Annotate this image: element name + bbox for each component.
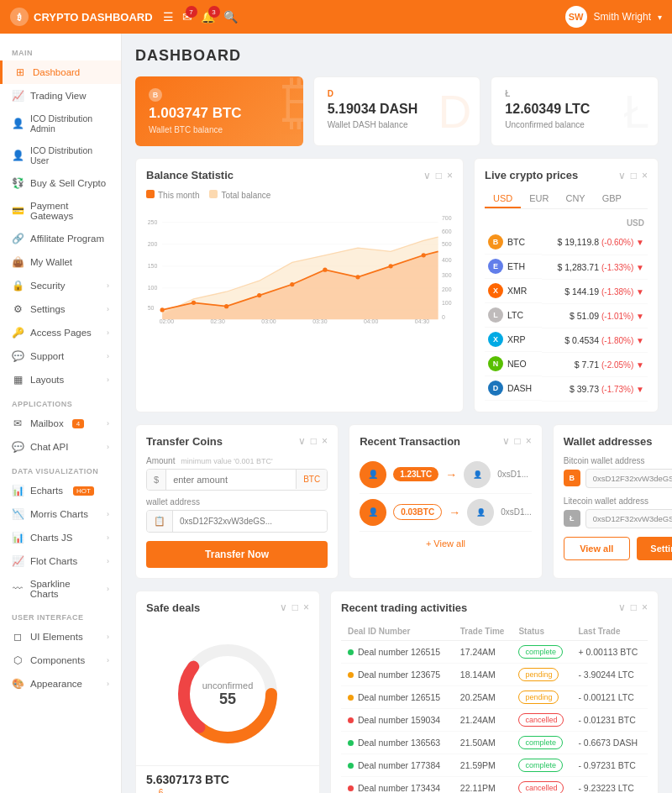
crypto-control-1[interactable]: ∨: [618, 170, 626, 181]
svg-text:250: 250: [148, 219, 158, 225]
tab-usd[interactable]: USD: [485, 190, 521, 208]
crypto-price-cell: $ 1,283.71 (-1.33%) ▼: [542, 255, 648, 279]
search-icon[interactable]: 🔍: [223, 10, 238, 24]
payment-icon: 💳: [12, 205, 24, 217]
sidebar-item-settings[interactable]: ⚙ Settings ›: [0, 297, 121, 321]
live-crypto-panel: Live crypto prices ∨ □ × USD EUR CNY GBP: [474, 158, 659, 412]
sidebar-item-mailbox[interactable]: ✉ Mailbox 4 ›: [0, 412, 121, 435]
sidebar-item-payment[interactable]: 💳 Payment Gateways: [0, 195, 121, 227]
crypto-price-cell: $ 7.71 (-2.05%) ▼: [542, 352, 648, 376]
sidebar-label: Sparkline Charts: [30, 579, 100, 599]
sidebar-item-trading-view[interactable]: 📈 Trading View: [0, 84, 121, 108]
sparkline-icon: 〰: [12, 583, 24, 595]
balance-chart-svg: 250 200 150 100 50 700 600 500 400 300 2…: [146, 205, 453, 331]
tc3[interactable]: ×: [322, 435, 328, 447]
tc1[interactable]: ∨: [298, 435, 306, 447]
chart-control-2[interactable]: □: [436, 170, 442, 181]
echarts-icon: 📊: [12, 485, 24, 496]
sdc2[interactable]: □: [292, 601, 298, 613]
sidebar-label: Charts JS: [30, 533, 73, 543]
status-dot: [348, 717, 354, 723]
page-title: DASHBOARD: [135, 47, 659, 65]
svg-point-21: [192, 301, 196, 305]
sidebar-label: Chat API: [30, 442, 68, 452]
sdc1[interactable]: ∨: [280, 601, 287, 613]
notifications-icon[interactable]: 🔔 3: [201, 10, 215, 24]
txc3[interactable]: ×: [526, 435, 532, 447]
amount-input[interactable]: [166, 470, 296, 490]
sidebar-item-ico-user[interactable]: 👤 ICO Distribution User: [0, 139, 121, 171]
sidebar-item-sparkline[interactable]: 〰 Sparkline Charts ›: [0, 573, 121, 605]
sidebar-item-appearance[interactable]: 🎨 Appearance ›: [0, 672, 121, 696]
tab-cny[interactable]: CNY: [557, 190, 593, 208]
trading-icon: 📈: [12, 90, 24, 102]
table-row: Deal number 177384 21.59PM complete - 0.…: [341, 754, 648, 776]
svg-point-20: [160, 307, 165, 312]
wallet-title: Wallet addresses: [564, 435, 653, 448]
transfer-now-button[interactable]: Transfer Now: [146, 541, 328, 568]
sdc3[interactable]: ×: [303, 601, 309, 613]
sidebar-item-security[interactable]: 🔒 Security ›: [0, 274, 121, 297]
dash-bg-icon: D: [438, 85, 472, 139]
txc1[interactable]: ∨: [502, 435, 510, 447]
menu-icon[interactable]: ☰: [163, 10, 174, 24]
chevron-icon: ›: [107, 305, 109, 313]
sidebar-label: Access Pages: [30, 328, 92, 338]
support-icon: 💬: [12, 350, 24, 362]
sidebar-item-chat[interactable]: 💬 Chat API ›: [0, 435, 121, 459]
sidebar-item-support[interactable]: 💬 Support ›: [0, 344, 121, 368]
settings-button[interactable]: Settings: [637, 537, 672, 560]
tab-gbp[interactable]: GBP: [594, 190, 630, 208]
messages-icon[interactable]: ✉ 7: [182, 10, 192, 24]
crypto-row: X XMR $ 144.19 (-1.38%) ▼: [485, 279, 648, 303]
tac2[interactable]: □: [631, 601, 637, 613]
coin-circle-dash: D: [488, 381, 503, 396]
addr-input[interactable]: [173, 512, 327, 531]
sd-controls: ∨ □ ×: [280, 601, 309, 613]
svg-text:200: 200: [148, 241, 158, 247]
last-trade-cell: - 3.90244 LTC: [571, 663, 648, 685]
dollar-prefix: $: [147, 470, 166, 490]
tx-controls: ∨ □ ×: [502, 435, 532, 447]
last-trade-cell: - 9.23223 LTC: [571, 776, 648, 793]
chart-control-3[interactable]: ×: [447, 170, 453, 181]
sidebar-item-layouts[interactable]: ▦ Layouts ›: [0, 368, 121, 391]
coin-circle-eth: E: [488, 259, 503, 274]
addr-icon: 📋: [147, 511, 173, 532]
sidebar-item-morris[interactable]: 📉 Morris Charts ›: [0, 502, 121, 526]
sidebar-item-access[interactable]: 🔑 Access Pages ›: [0, 321, 121, 344]
sidebar-item-ico-admin[interactable]: 👤 ICO Distribution Admin: [0, 108, 121, 139]
sidebar-item-affiliate[interactable]: 🔗 Affilitate Program: [0, 227, 121, 250]
crypto-control-3[interactable]: ×: [642, 170, 648, 181]
sidebar-item-dashboard[interactable]: ⊞ Dashboard: [0, 60, 121, 84]
chevron-icon: ›: [107, 585, 109, 593]
txc2[interactable]: □: [515, 435, 521, 447]
user-menu[interactable]: SW Smith Wright ▾: [565, 6, 662, 28]
sidebar-item-components[interactable]: ⬡ Components ›: [0, 649, 121, 672]
view-all-link[interactable]: + View all: [360, 532, 532, 549]
tc2[interactable]: □: [311, 435, 317, 447]
coin-change: (-1.33%) ▼: [601, 263, 644, 272]
topnav-left: ₿ CRYPTO DASHBOARD ☰ ✉ 7 🔔 3 🔍: [10, 8, 238, 26]
coin-circle-neo: N: [488, 356, 503, 371]
sidebar-item-ui-elements[interactable]: ◻ UI Elements ›: [0, 625, 121, 649]
sidebar-item-flot[interactable]: 📈 Flot Charts ›: [0, 549, 121, 573]
chart-control-1[interactable]: ∨: [423, 170, 431, 181]
sidebar-item-wallet[interactable]: 👜 My Wallet: [0, 250, 121, 274]
svg-point-28: [422, 253, 426, 257]
crypto-price-cell: $ 51.09 (-1.01%) ▼: [542, 303, 648, 328]
trade-time-cell: 21.24AM: [454, 708, 512, 731]
sidebar-item-buy-sell[interactable]: 💱 Buy & Sell Crypto: [0, 171, 121, 195]
crypto-control-2[interactable]: □: [631, 170, 637, 181]
trade-time-cell: 22.11PM: [454, 776, 512, 793]
main-content: DASHBOARD ₿ B 1.003747 BTC Wallet BTC ba…: [122, 34, 672, 793]
svg-text:300: 300: [442, 272, 452, 278]
sidebar-item-echarts[interactable]: 📊 Echarts HOT: [0, 479, 121, 502]
tac1[interactable]: ∨: [618, 601, 626, 613]
tac3[interactable]: ×: [642, 601, 648, 613]
tab-eur[interactable]: EUR: [521, 190, 557, 208]
sidebar-item-chartsjs[interactable]: 📊 Charts JS ›: [0, 526, 121, 549]
btc-addr-row: B 0xsD12F32xvW3deGS... ⧉: [564, 469, 672, 488]
view-all-button[interactable]: View all: [564, 537, 630, 560]
table-row: Deal number 173434 22.11PM cancelled - 9…: [341, 776, 648, 793]
